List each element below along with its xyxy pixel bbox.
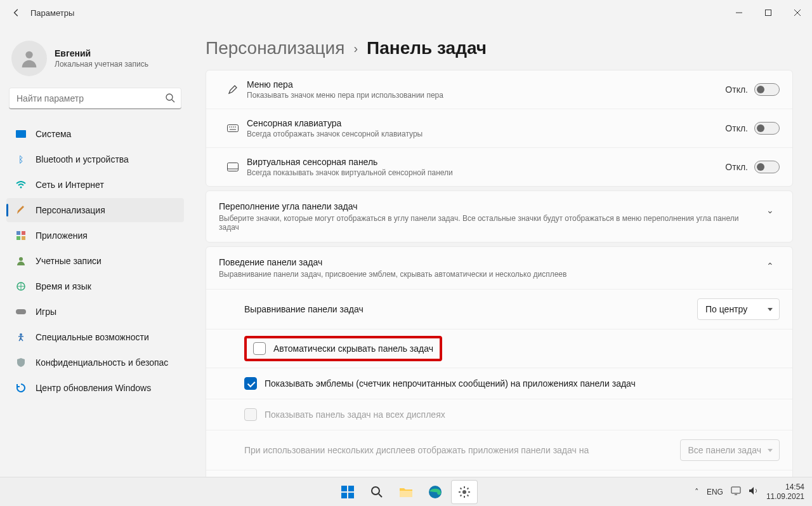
nav-label: Сеть и Интернет [36, 180, 104, 190]
back-button[interactable] [8, 4, 25, 22]
badges-row: Показывать эмблемы (счетчик непрочитанны… [206, 368, 792, 399]
nav-label: Игры [36, 307, 56, 317]
nav-gaming[interactable]: Игры [6, 300, 184, 324]
titlebar: Параметры [0, 0, 812, 25]
expander-desc: Выравнивание панели задач, присвоение эм… [219, 270, 761, 279]
nav-label: Система [36, 129, 71, 139]
svg-rect-16 [348, 486, 354, 491]
nav-accounts[interactable]: Учетные записи [6, 249, 184, 273]
nav-personalization[interactable]: Персонализация [6, 198, 184, 222]
multi-apps-select: Все панели задач [680, 439, 780, 461]
svg-rect-18 [348, 493, 354, 498]
nav-label: Специальные возможности [36, 332, 149, 342]
apps-icon [15, 230, 27, 241]
svg-point-1 [25, 51, 32, 58]
svg-point-19 [372, 487, 379, 495]
multi-show-label: Показывать панель задач на всех дисплеях [265, 409, 445, 420]
nav-system[interactable]: Система [6, 122, 184, 146]
highlight-annotation: Автоматически скрывать панель задач [244, 336, 442, 361]
nav-bluetooth[interactable]: ᛒ Bluetooth и устройства [6, 147, 184, 171]
tray-clock[interactable]: 14:54 11.09.2021 [766, 483, 804, 501]
vtouch-toggle[interactable] [754, 161, 780, 173]
row-title: Меню пера [247, 79, 725, 90]
auto-hide-checkbox[interactable] [253, 342, 266, 355]
svg-rect-23 [731, 487, 740, 493]
svg-rect-8 [22, 236, 25, 240]
svg-point-22 [462, 490, 466, 494]
svg-point-4 [20, 187, 22, 189]
tray-chevron-icon[interactable]: ˄ [695, 487, 699, 496]
auto-hide-row: Автоматически скрывать панель задач [206, 330, 792, 368]
svg-rect-11 [16, 309, 26, 314]
taskbar-explorer[interactable] [393, 480, 419, 504]
minimize-button[interactable] [724, 3, 754, 23]
auto-hide-label: Автоматически скрывать панель задач [273, 343, 433, 354]
chevron-right-icon: › [353, 41, 358, 56]
nav-privacy[interactable]: Конфиденциальность и безопас [6, 350, 184, 375]
search-input[interactable] [9, 88, 181, 109]
svg-rect-6 [22, 231, 25, 235]
globe-icon [15, 281, 27, 292]
svg-point-12 [20, 333, 22, 336]
pen-toggle[interactable] [754, 83, 780, 96]
svg-rect-17 [341, 493, 347, 498]
overflow-expander[interactable]: Переполнение угла панели задач Выберите … [206, 190, 793, 243]
row-desc: Показывать значок меню пера при использо… [247, 91, 725, 100]
taskbar-settings[interactable] [451, 480, 478, 504]
taskbar-edge[interactable] [422, 480, 449, 504]
taskbar-search[interactable] [363, 480, 390, 504]
maximize-button[interactable] [754, 3, 783, 23]
nav-network[interactable]: Сеть и Интернет [6, 173, 184, 197]
nav-label: Центр обновления Windows [36, 383, 151, 393]
settings-window: Параметры Евгений Локальная учетная запи… [0, 0, 812, 506]
badges-checkbox[interactable] [244, 377, 257, 390]
close-button[interactable] [783, 3, 812, 23]
virtual-touchpad-row: Виртуальная сенсорная панель Всегда пока… [206, 148, 792, 186]
svg-rect-20 [400, 491, 412, 497]
row-desc: Всегда показывать значок виртуальной сен… [247, 168, 725, 177]
breadcrumb: Персонализация › Панель задач [206, 38, 793, 58]
behavior-header[interactable]: Поведение панели задач Выравнивание пане… [206, 247, 792, 289]
breadcrumb-parent[interactable]: Персонализация [206, 38, 344, 58]
wifi-icon [15, 179, 27, 190]
start-button[interactable] [334, 480, 361, 504]
touchkb-toggle[interactable] [754, 122, 780, 135]
taskbar: ˄ ENG 14:54 11.09.2021 [0, 477, 812, 506]
nav-label: Учетные записи [36, 256, 102, 266]
gamepad-icon [15, 306, 27, 317]
person-icon [15, 255, 27, 267]
svg-point-2 [166, 94, 173, 100]
shield-icon [15, 357, 27, 368]
avatar [11, 41, 47, 76]
alignment-select[interactable]: По центру [697, 298, 780, 320]
svg-rect-3 [16, 130, 26, 138]
row-title: Сенсорная клавиатура [247, 118, 725, 128]
nav-list: Система ᛒ Bluetooth и устройства Сеть и … [6, 122, 184, 400]
nav-label: Персонализация [36, 205, 105, 215]
tray-volume-icon[interactable] [749, 486, 759, 497]
tray-network-icon[interactable] [731, 486, 741, 497]
system-tray: ˄ ENG 14:54 11.09.2021 [695, 483, 812, 501]
window-title: Параметры [30, 8, 74, 18]
tray-language[interactable]: ENG [707, 488, 723, 496]
nav-apps[interactable]: Приложения [6, 223, 184, 248]
update-icon [15, 382, 27, 394]
expander-title: Переполнение угла панели задач [219, 201, 761, 211]
nav-update[interactable]: Центр обновления Windows [6, 376, 184, 400]
svg-rect-14 [228, 163, 239, 171]
profile-block[interactable]: Евгений Локальная учетная запись [6, 25, 184, 88]
profile-name: Евгений [55, 48, 148, 58]
search-icon [165, 93, 175, 105]
chevron-up-icon: ⌃ [761, 257, 780, 271]
bluetooth-icon: ᛒ [15, 154, 27, 165]
taskbar-center [334, 480, 478, 504]
multi-show-row: Показывать панель задач на всех дисплеях [206, 399, 792, 430]
nav-accessibility[interactable]: Специальные возможности [6, 325, 184, 349]
search-box [9, 88, 181, 109]
multi-show-checkbox [244, 408, 257, 421]
corner-icons-group: Меню пера Показывать значок меню пера пр… [206, 70, 793, 187]
accessibility-icon [15, 331, 27, 343]
row-desc: Всегда отображать значок сенсорной клави… [247, 130, 725, 138]
nav-time[interactable]: Время и язык [6, 274, 184, 298]
svg-rect-7 [16, 236, 20, 240]
